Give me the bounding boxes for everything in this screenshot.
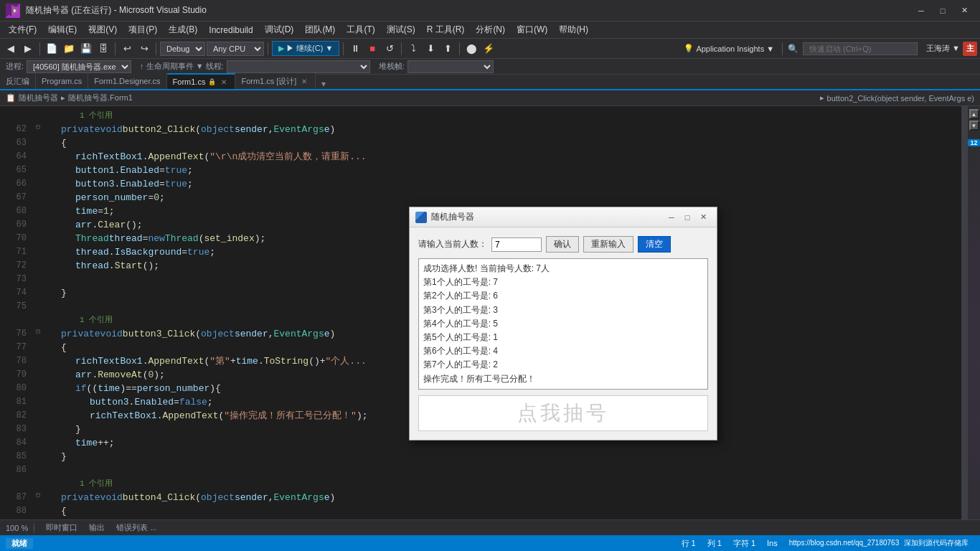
editor-path-class[interactable]: 随机抽号器.Form1: [68, 93, 133, 103]
menu-tools[interactable]: 工具(T): [341, 22, 380, 39]
platform-dropdown[interactable]: Any CPU: [207, 42, 264, 56]
app-confirm-button[interactable]: 确认: [546, 236, 579, 253]
close-button[interactable]: ✕: [954, 4, 974, 18]
rs-up-button[interactable]: ▲: [969, 109, 979, 119]
tab-disassembly-label: 反汇编: [6, 76, 29, 87]
tb-exception-button[interactable]: ⚡: [481, 41, 496, 57]
tab-program-cs-label: Program.cs: [42, 77, 82, 85]
app-clear-button[interactable]: 清空: [638, 236, 671, 253]
menu-help[interactable]: 帮助(H): [553, 22, 594, 39]
menu-view[interactable]: 视图(V): [83, 22, 123, 39]
menu-build[interactable]: 生成(B): [163, 22, 203, 39]
menu-project[interactable]: 项目(P): [123, 22, 163, 39]
menu-analyze[interactable]: 分析(N): [470, 22, 511, 39]
process-bar: 进程: [40560] 随机抽号器.exe ↑ 生命周期事件 ▼ 线程: 堆栈帧…: [0, 59, 980, 75]
app-insights-button[interactable]: 💡 Application Insights ▼: [681, 42, 777, 55]
bb-tab-immediate[interactable]: 即时窗口: [40, 522, 83, 533]
app-input-label: 请输入当前人数：: [418, 238, 487, 250]
status-char[interactable]: 字符 1: [727, 538, 761, 549]
tb-pause-button[interactable]: ⏸: [347, 41, 363, 57]
status-bar: 就绪 行 1 列 1 字符 1 Ins https://blog.csdn.ne…: [0, 535, 980, 551]
menu-window[interactable]: 窗口(W): [511, 22, 553, 39]
status-col[interactable]: 列 1: [702, 538, 727, 549]
app-minimize-button[interactable]: ─: [664, 211, 679, 224]
process-dropdown[interactable]: [40560] 随机抽号器.exe: [27, 60, 131, 73]
app-number-input[interactable]: [491, 237, 542, 252]
editor-path-project[interactable]: 随机抽号器: [19, 93, 58, 103]
debug-config-dropdown[interactable]: Debug: [160, 42, 205, 56]
zoom-level[interactable]: 100 %: [6, 524, 34, 532]
menu-test[interactable]: 测试(S): [381, 22, 421, 39]
status-link-label: 深加到源代码存储库: [904, 539, 969, 547]
tab-disassembly[interactable]: 反汇编: [0, 73, 36, 89]
menu-file[interactable]: 文件(F): [3, 22, 42, 39]
toolbar-right: 💡 Application Insights ▼ 🔍 王海涛 ▼ 主: [681, 42, 977, 56]
tb-open-button[interactable]: 📁: [61, 41, 77, 57]
mini-scrollbar[interactable]: [961, 106, 967, 519]
user-info: 王海涛 ▼ 主: [926, 42, 977, 56]
tb-redo-button[interactable]: ↪: [136, 41, 152, 57]
search-icon: 🔍: [788, 44, 798, 54]
app-maximize-button[interactable]: □: [679, 211, 695, 224]
tb-sep7: [459, 42, 460, 55]
tab-form1designer[interactable]: Form1.Designer.cs: [88, 73, 166, 89]
menu-team[interactable]: 团队(M): [299, 22, 341, 39]
bb-tab-errors[interactable]: 错误列表 ...: [110, 522, 162, 533]
tb-forward-button[interactable]: ▶: [20, 41, 36, 57]
menu-debug[interactable]: 调试(D): [259, 22, 300, 39]
tb-restart-button[interactable]: ↺: [382, 41, 397, 57]
window-controls: ─ □ ✕: [911, 4, 974, 18]
tb-back-button[interactable]: ◀: [3, 41, 19, 57]
minimize-button[interactable]: ─: [911, 4, 931, 18]
app-draw-button[interactable]: 点我抽号: [418, 395, 708, 431]
tb-stop-button[interactable]: ■: [364, 41, 380, 57]
app-window-title: 随机抽号器: [431, 211, 664, 223]
editor-path-icon: 📋: [6, 93, 16, 103]
status-link[interactable]: https://blog.csdn.net/qq_27180763 深加到源代码…: [783, 538, 974, 548]
status-ready: 就绪: [6, 538, 33, 549]
stack-dropdown[interactable]: [407, 60, 494, 73]
quick-launch-input[interactable]: [803, 42, 918, 55]
maximize-button[interactable]: □: [933, 4, 953, 18]
tb-step-over[interactable]: ⤵: [405, 41, 421, 57]
editor-path-method[interactable]: button2_Click(object sender, EventArgs e…: [827, 94, 974, 103]
rs-down-button[interactable]: ▼: [969, 121, 979, 131]
tb-new-button[interactable]: 📄: [44, 41, 60, 57]
continue-button[interactable]: ▶ ▶ 继续(C) ▼: [272, 41, 339, 56]
tb-undo-button[interactable]: ↩: [119, 41, 135, 57]
tab-form1cs[interactable]: Form1.cs 🔒 ✕: [167, 73, 236, 89]
tab-form1design-close[interactable]: ✕: [299, 76, 309, 86]
app-close-button[interactable]: ✕: [695, 211, 711, 224]
continue-icon: ▶: [278, 44, 284, 53]
editor-path-bar: 📋 随机抽号器 ▸ 随机抽号器.Form1 ▸ button2_Click(ob…: [0, 90, 980, 106]
path-sep2: ▸: [820, 93, 824, 103]
right-sidebar: ▲ ▼ 12: [967, 106, 980, 519]
tab-form1design[interactable]: Form1.cs [设计] ✕: [235, 73, 316, 89]
menu-edit[interactable]: 编辑(E): [42, 22, 83, 39]
tab-add-button[interactable]: ▾: [316, 79, 331, 89]
status-link-url: https://blog.csdn.net/qq_27180763: [789, 539, 899, 547]
rs-badge: 12: [968, 139, 979, 146]
tb-sep1: [39, 42, 40, 55]
tb-step-into[interactable]: ⬇: [423, 41, 438, 57]
tb-save-button[interactable]: 💾: [78, 41, 94, 57]
menu-bar: 文件(F) 编辑(E) 视图(V) 项目(P) 生成(B) Incredibui…: [0, 22, 980, 39]
tb-sep5: [343, 42, 344, 55]
tb-breakpoint-button[interactable]: ⬤: [463, 41, 479, 57]
app-reset-button[interactable]: 重新输入: [583, 236, 633, 253]
continue-label: ▶ 继续(C) ▼: [286, 43, 333, 54]
tb-save-all-button[interactable]: 🗄: [95, 41, 111, 57]
menu-r-tools[interactable]: R 工具(R): [421, 22, 471, 39]
main-area: _6263646566676869707172737475_7677787980…: [0, 106, 980, 519]
status-ins[interactable]: Ins: [761, 539, 783, 547]
status-row[interactable]: 行 1: [676, 538, 702, 549]
thread-dropdown[interactable]: [227, 60, 370, 73]
user-avatar: 主: [963, 42, 977, 56]
tab-form1cs-label: Form1.cs: [173, 77, 206, 86]
menu-incredibuild[interactable]: Incredibuild: [203, 22, 258, 39]
toolbar: ◀ ▶ 📄 📁 💾 🗄 ↩ ↪ Debug Any CPU ▶ ▶ 继续(C) …: [0, 39, 980, 59]
tab-form1cs-close[interactable]: ✕: [219, 77, 229, 87]
tab-program-cs[interactable]: Program.cs: [36, 73, 88, 89]
tb-step-out[interactable]: ⬆: [440, 41, 456, 57]
bb-tab-output[interactable]: 输出: [83, 522, 110, 533]
